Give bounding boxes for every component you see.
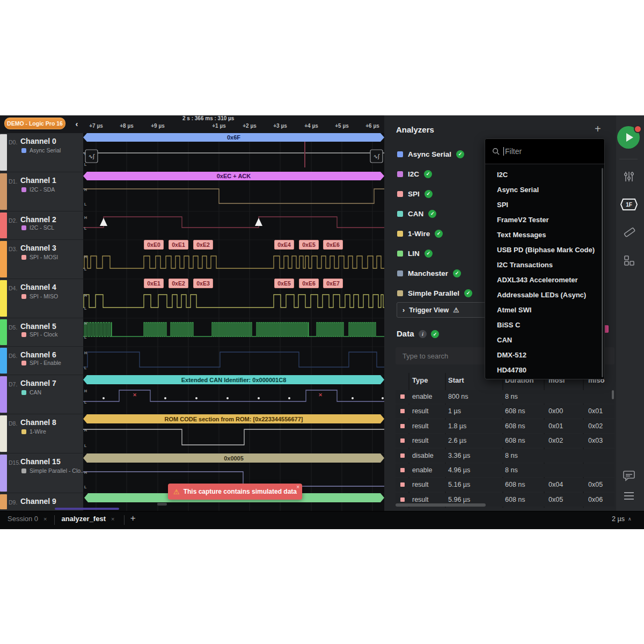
tab-close-icon[interactable]: × <box>111 516 114 522</box>
channel-row-channel-0[interactable]: D0.Channel 0Async Serial <box>0 133 83 172</box>
spi-byte-bubble[interactable]: 0xE5 <box>299 240 319 250</box>
channel-row-channel-2[interactable]: D2.Channel 2I2C - SCL <box>0 211 83 240</box>
spi-byte-bubble[interactable]: 0xE6 <box>299 279 319 288</box>
table-row[interactable]: disable3.36 µs8 ns <box>396 449 614 463</box>
low-label: L <box>84 366 87 370</box>
dropdown-item-i2c[interactable]: I2C <box>485 167 604 182</box>
info-icon[interactable]: i <box>419 330 427 338</box>
play-icon <box>626 133 633 142</box>
spi-byte-bubble[interactable]: 0xE0 <box>144 240 164 250</box>
table-row[interactable]: result5.16 µs608 ns0x040x05 <box>396 478 614 492</box>
trigger-view-button[interactable]: › Trigger View ⚠ <box>397 302 486 318</box>
analyzer-item-lin[interactable]: LIN✓ <box>397 248 433 259</box>
dropdown-item-async-serial[interactable]: Async Serial <box>485 182 604 197</box>
spi-byte-bubble[interactable]: 0xE2 <box>193 240 213 250</box>
dropdown-item-text-messages[interactable]: Text Messages <box>485 227 604 242</box>
device-badge[interactable]: DEMO - Logic Pro 16 <box>4 118 65 129</box>
spi-byte-bubble[interactable]: 0xE3 <box>193 279 213 288</box>
cell-mosi: 0x02 <box>548 437 563 444</box>
table-vertical-scrollbar[interactable] <box>612 390 614 399</box>
dropdown-item-adxl343-accelerometer[interactable]: ADXL343 Accelerometer <box>485 272 604 287</box>
sidebar-horizontal-scrollbar[interactable] <box>55 508 119 510</box>
dropdown-item-addressable-leds-async-[interactable]: Addressable LEDs (Async) <box>485 287 604 302</box>
protocol-bubble[interactable]: 0xEC + ACK <box>83 172 384 180</box>
zoom-level-control[interactable]: 2 µs ∧ <box>612 515 631 523</box>
analyzer-item-i2c[interactable]: I2C✓ <box>397 169 432 179</box>
analyzer-filter-input[interactable]: Filter <box>485 139 604 164</box>
spi-byte-bubble[interactable]: 0xE6 <box>323 240 343 250</box>
dropdown-item-biss-c[interactable]: BiSS C <box>485 317 604 332</box>
spi-byte-bubble[interactable]: 0xE5 <box>274 279 294 288</box>
channel-row-channel-3[interactable]: D3.Channel 3SPI - MOSI <box>0 240 83 279</box>
channel-id: D5. <box>9 324 17 331</box>
spi-byte-bubble[interactable]: 0xE1 <box>144 279 164 288</box>
spi-byte-bubble[interactable]: 0xE2 <box>169 279 188 288</box>
dropdown-item-atmel-swi[interactable]: Atmel SWI <box>485 302 604 317</box>
dropdown-item-i2c-transactions[interactable]: I2C Transactions <box>485 257 604 272</box>
channel-row-channel-8[interactable]: D8.Channel 81-Wire <box>0 414 83 453</box>
tab-analyzer_fest[interactable]: analyzer_fest× <box>62 515 115 523</box>
wave-ch8-1wire <box>83 429 384 445</box>
table-row[interactable]: result1 µs608 ns0x000x01 <box>396 405 614 418</box>
dropdown-item-dmx-512[interactable]: DMX-512 <box>485 347 604 362</box>
channel-name: Channel 15 <box>20 457 61 466</box>
analyzer-item-1-wire[interactable]: 1-Wire✓ <box>397 228 443 239</box>
channel-row-channel-5[interactable]: D5.Channel 5SPI - Clock <box>0 318 83 347</box>
tab-divider <box>54 515 55 525</box>
spi-byte-bubble[interactable]: 0xE1 <box>169 240 188 250</box>
add-analyzer-button[interactable]: + <box>595 123 601 135</box>
table-row[interactable]: enable4.96 µs8 ns <box>396 464 614 477</box>
feedback-comment-icon[interactable] <box>619 466 639 485</box>
table-row[interactable]: result1.8 µs608 ns0x010x02 <box>396 420 614 433</box>
spi-byte-bubble[interactable]: 0xE4 <box>274 240 294 250</box>
timeline-tick: +4 µs <box>304 123 318 130</box>
channel-row-channel-7[interactable]: D7.Channel 7CAN <box>0 375 83 414</box>
analyzer-item-manchester[interactable]: Manchester✓ <box>397 268 461 279</box>
row-swatch <box>400 409 405 413</box>
analyzer-item-can[interactable]: CAN✓ <box>397 208 436 219</box>
capture-settings-icon[interactable] <box>619 167 639 186</box>
protocol-bubble[interactable]: 0x6F <box>83 133 384 142</box>
analyzer-item-spi[interactable]: SPI✓ <box>397 188 433 199</box>
analyzer-item-async-serial[interactable]: Async Serial✓ <box>397 149 464 159</box>
tab-close-icon[interactable]: × <box>43 516 47 522</box>
can-bit-dot <box>164 397 166 399</box>
analyzer-item-simple-parallel[interactable]: Simple Parallel✓ <box>397 288 472 298</box>
extensions-layout-icon[interactable] <box>619 251 639 270</box>
zoom-level-value: 2 µs <box>612 515 625 523</box>
device-1f-badge-icon[interactable]: 1F <box>619 195 639 214</box>
dropdown-item-usb-pd-biphase-mark-code-[interactable]: USB PD (Biphase Mark Code) <box>485 242 604 257</box>
channel-id: D6. <box>9 353 17 359</box>
channel-row-channel-1[interactable]: D1.Channel 1I2C - SDA <box>0 172 83 211</box>
dropdown-item-framev2-tester[interactable]: FrameV2 Tester <box>485 212 604 227</box>
channel-row-channel-4[interactable]: D4.Channel 4SPI - MISO <box>0 279 83 318</box>
table-horizontal-scrollbar[interactable] <box>396 503 486 507</box>
data-enabled-check-icon[interactable]: ✓ <box>431 330 439 338</box>
protocol-swatch <box>21 225 26 230</box>
dropdown-item-spi[interactable]: SPI <box>485 197 604 212</box>
cell-type: result <box>412 496 429 503</box>
protocol-bubble[interactable]: Extended CAN Identifier: 0x000001C8 <box>83 375 384 384</box>
dropdown-item-hd44780[interactable]: HD44780 <box>485 362 604 377</box>
protocol-bubble[interactable]: ROM CODE section from ROM: [0x2233445566… <box>83 414 384 423</box>
table-row[interactable]: result2.6 µs608 ns0x020x03 <box>396 434 614 448</box>
collapse-sidebar-icon[interactable]: ‹ <box>72 118 82 129</box>
toast-close-icon[interactable]: × <box>296 484 299 490</box>
row-swatch <box>400 497 405 502</box>
main-menu-icon[interactable] <box>619 486 639 506</box>
simulated-data-toast: ⚠ This capture contains simulated data × <box>168 484 302 500</box>
cell-mosi: 0x00 <box>548 407 563 415</box>
protocol-bubble[interactable]: 0x0005 <box>83 453 384 463</box>
channel-row-channel-15[interactable]: D15.Channel 15Simple Parallel - Clo... <box>0 453 83 493</box>
spi-byte-bubble[interactable]: 0xE7 <box>323 279 343 288</box>
wave-ch7-can <box>83 390 384 401</box>
tab-session-0[interactable]: Session 0× <box>8 515 47 523</box>
measure-ruler-icon[interactable] <box>619 223 639 242</box>
new-tab-button[interactable]: + <box>130 513 136 524</box>
channel-row-channel-6[interactable]: D6.Channel 6SPI - Enable <box>0 347 83 375</box>
low-label: L <box>84 267 87 271</box>
table-row[interactable]: enable800 ns8 ns <box>396 390 614 404</box>
dropdown-scrollbar[interactable] <box>602 168 603 377</box>
dropdown-item-can[interactable]: CAN <box>485 332 604 347</box>
wave-horizontal-scrollbar[interactable] <box>157 503 167 506</box>
